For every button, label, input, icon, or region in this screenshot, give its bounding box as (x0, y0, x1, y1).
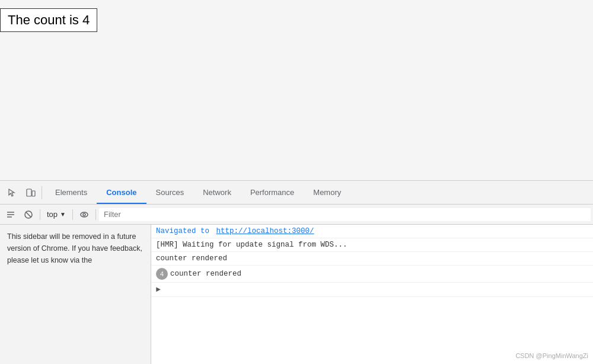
log-line-counter-single: counter rendered (151, 252, 593, 266)
dropdown-arrow-icon: ▼ (60, 211, 66, 218)
log-line-navigated: Navigated to http://localhost:3000/ (151, 225, 593, 238)
console-sidebar: This sidebar will be removed in a future… (0, 225, 151, 364)
inspect-element-button[interactable] (2, 181, 21, 204)
clear-icon (6, 210, 15, 219)
log-line-counter-counted: 4 counter rendered (151, 266, 593, 283)
count-display: The count is 4 (0, 8, 97, 32)
svg-rect-0 (27, 189, 31, 196)
watermark-text: CSDN @PingMinWangZi (515, 352, 588, 359)
toolbar-separator-3 (95, 209, 96, 220)
console-filter-input[interactable] (99, 208, 591, 221)
console-toolbar: top ▼ (0, 205, 593, 225)
console-body: This sidebar will be removed in a future… (0, 225, 593, 364)
eye-icon (79, 210, 89, 219)
navigated-link[interactable]: http://localhost:3000/ (216, 227, 314, 235)
navigated-prefix-text: Navigated to (156, 227, 214, 235)
context-label: top (47, 210, 58, 219)
clear-console-button[interactable] (2, 207, 19, 222)
tab-elements[interactable]: Elements (46, 181, 97, 204)
context-selector[interactable]: top ▼ (43, 207, 69, 222)
svg-line-6 (26, 212, 31, 217)
log-line-hmr: [HMR] Waiting for update signal from WDS… (151, 238, 593, 252)
svg-rect-1 (32, 191, 35, 196)
browser-page: The count is 4 (0, 0, 593, 181)
count-text: The count is 4 (8, 12, 90, 27)
tab-sources[interactable]: Sources (146, 181, 194, 204)
devtools-panel: Elements Console Sources Network Perform… (0, 181, 593, 364)
hmr-text: [HMR] Waiting for update signal from WDS… (156, 241, 347, 249)
toolbar-separator-1 (40, 209, 40, 220)
device-icon (26, 188, 36, 197)
count-badge: 4 (156, 268, 168, 280)
counter-text-single: counter rendered (156, 254, 227, 263)
svg-point-8 (83, 213, 85, 216)
cursor-icon (7, 188, 17, 197)
tab-separator-left (42, 186, 42, 199)
svg-point-7 (81, 212, 88, 217)
block-button[interactable] (20, 207, 37, 222)
block-icon (24, 210, 33, 219)
watermark: CSDN @PingMinWangZi (515, 352, 588, 359)
tab-memory[interactable]: Memory (304, 181, 350, 204)
tab-performance[interactable]: Performance (241, 181, 304, 204)
tab-network[interactable]: Network (193, 181, 241, 204)
sidebar-text: This sidebar will be removed in a future… (7, 232, 142, 264)
device-toolbar-button[interactable] (21, 181, 40, 204)
expand-arrow-icon[interactable]: ► (156, 285, 161, 294)
log-line-expand: ► (151, 283, 593, 297)
counter-text-counted: counter rendered (170, 270, 241, 278)
toolbar-separator-2 (72, 209, 73, 220)
tab-console[interactable]: Console (97, 181, 146, 204)
devtools-tab-bar: Elements Console Sources Network Perform… (0, 181, 593, 205)
console-log-area: Navigated to http://localhost:3000/ [HMR… (151, 225, 593, 364)
toggle-custom-formatters-button[interactable] (76, 207, 93, 222)
